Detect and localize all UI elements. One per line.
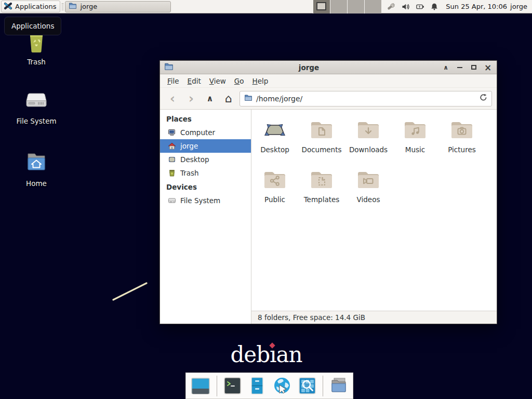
home-icon — [168, 142, 176, 150]
taskbar-window-button[interactable]: jorge — [65, 1, 171, 12]
trash-icon — [24, 45, 48, 55]
sidebar-item-label: Computer — [180, 128, 215, 137]
folder-item-label: Public — [251, 195, 298, 204]
public-folder-icon — [262, 167, 287, 192]
debian-logo-text: an — [276, 342, 302, 367]
home-button[interactable]: ⌂ — [221, 91, 236, 107]
workspace-2[interactable] — [330, 0, 347, 14]
application-finder-launcher[interactable] — [298, 376, 317, 395]
file-manager-launcher[interactable] — [248, 376, 267, 395]
menu-help[interactable]: Help — [248, 75, 273, 87]
sidebar-item-file-system[interactable]: File System — [160, 194, 251, 207]
folder-item-public[interactable]: Public — [251, 165, 298, 215]
toolbar: ‹ › ∧ ⌂ /home/jorge/ — [160, 88, 497, 110]
window-title: jorge — [177, 63, 441, 72]
sidebar-item-label: Trash — [180, 169, 199, 177]
terminal-icon — [223, 376, 242, 395]
panel-username: jorge — [510, 3, 527, 10]
workspace-window-preview — [316, 2, 326, 10]
sidebar-header-places: Places — [160, 112, 251, 126]
pictures-folder-icon — [449, 117, 474, 142]
folder-item-label: Videos — [345, 195, 392, 204]
reload-icon[interactable] — [480, 94, 487, 103]
sidebar-item-computer[interactable]: Computer — [160, 126, 251, 139]
applications-menu-label: Applications — [15, 3, 56, 10]
minimize-button[interactable] — [455, 63, 464, 72]
folder-launcher[interactable] — [329, 376, 349, 396]
folder-item-label: Pictures — [438, 145, 485, 154]
desktop-pad-icon — [262, 117, 287, 142]
folder-item-label: Templates — [298, 195, 345, 204]
folder-item-music[interactable]: Music — [392, 115, 438, 165]
peripheral-icon[interactable] — [387, 2, 396, 11]
show-desktop-button[interactable] — [190, 376, 211, 396]
applications-tooltip: Applications — [4, 17, 61, 35]
icon-view[interactable]: Desktop Documents — [251, 110, 497, 311]
home-folder-icon — [24, 167, 49, 177]
menu-view[interactable]: View — [205, 75, 230, 87]
workspace-4[interactable] — [364, 0, 381, 14]
taskbar-folder-icon — [69, 2, 77, 11]
sidebar-item-label: jorge — [180, 142, 198, 150]
terminal-launcher[interactable] — [223, 376, 242, 395]
hard-drive-icon — [24, 104, 49, 114]
desktop-icon-label: File System — [11, 117, 61, 125]
workspace-1[interactable] — [313, 0, 330, 14]
path-folder-icon — [244, 94, 252, 104]
wallpaper-streak — [111, 281, 149, 302]
folder-item-desktop[interactable]: Desktop — [251, 115, 298, 165]
location-bar[interactable]: /home/jorge/ — [240, 91, 492, 107]
folder-item-label: Downloads — [345, 145, 392, 154]
volume-icon[interactable] — [402, 3, 410, 11]
panel-clock[interactable]: Sun 25 Apr, 10:06 — [446, 3, 507, 10]
top-panel: Applications jorge — [0, 0, 532, 14]
folder-item-downloads[interactable]: Downloads — [345, 115, 392, 165]
videos-folder-icon — [356, 167, 381, 192]
shade-button[interactable]: ∧ — [441, 63, 450, 72]
back-button[interactable]: ‹ — [165, 91, 180, 107]
documents-folder-icon — [309, 117, 334, 142]
downloads-folder-icon — [356, 117, 381, 142]
globe-browser-icon — [272, 376, 292, 396]
menu-file[interactable]: File — [163, 75, 183, 87]
sidebar: Places Computer jorge — [160, 110, 251, 324]
sidebar-item-label: File System — [180, 196, 220, 205]
path-text[interactable]: /home/jorge/ — [256, 95, 476, 103]
window-folder-icon — [164, 62, 174, 73]
desktop-icon-file-system[interactable]: File System — [11, 87, 61, 125]
templates-folder-icon — [309, 167, 334, 192]
sidebar-item-trash[interactable]: Trash — [160, 166, 251, 180]
forward-button[interactable]: › — [183, 91, 199, 107]
menu-edit[interactable]: Edit — [183, 75, 205, 87]
workspace-3[interactable] — [347, 0, 364, 14]
trash-mini-icon — [168, 169, 176, 177]
notifications-icon[interactable] — [430, 3, 438, 11]
folder-item-label: Desktop — [251, 145, 298, 154]
web-browser-launcher[interactable] — [272, 376, 292, 396]
folder-item-videos[interactable]: Videos — [345, 165, 392, 215]
desktop-icon-label: Home — [11, 179, 61, 188]
dock-folder-icon — [329, 376, 349, 396]
maximize-icon — [471, 65, 476, 70]
menu-go[interactable]: Go — [230, 75, 248, 87]
folder-item-pictures[interactable]: Pictures — [438, 115, 485, 165]
sidebar-item-desktop[interactable]: Desktop — [160, 153, 251, 166]
up-button[interactable]: ∧ — [202, 91, 218, 107]
system-tray — [387, 2, 438, 11]
debian-logo: debıan — [205, 342, 327, 367]
folder-item-documents[interactable]: Documents — [298, 115, 345, 165]
dock-separator — [217, 376, 217, 396]
battery-icon[interactable] — [416, 3, 424, 11]
window-titlebar[interactable]: jorge ∧ × — [160, 61, 497, 74]
file-cabinet-icon — [248, 376, 267, 395]
computer-icon — [168, 128, 176, 137]
menubar: File Edit View Go Help — [160, 74, 497, 88]
folder-item-label: Documents — [298, 145, 345, 154]
sidebar-item-jorge[interactable]: jorge — [160, 139, 251, 153]
applications-menu-button[interactable]: Applications — [1, 1, 60, 12]
maximize-button[interactable] — [469, 63, 478, 72]
debian-logo-text: deb — [230, 342, 270, 367]
folder-item-templates[interactable]: Templates — [298, 165, 345, 215]
desktop-icon-home[interactable]: Home — [11, 150, 61, 188]
close-button[interactable]: × — [483, 63, 493, 72]
